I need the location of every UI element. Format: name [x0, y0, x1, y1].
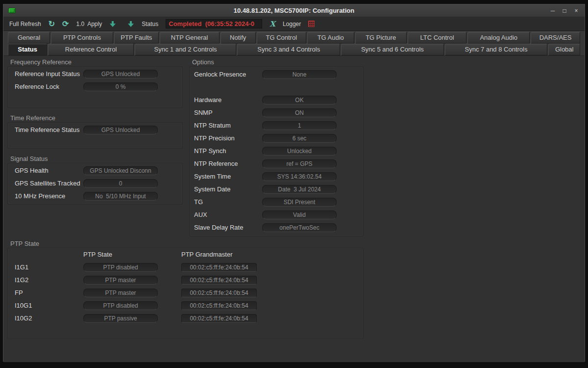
- section-title: Frequency Reference: [10, 58, 72, 66]
- table-row: I10G2 PTP passive 00:02:c5:ff:fe:24:0b:5…: [8, 312, 363, 325]
- system-time-field: SYS 14:36:02.54: [262, 172, 337, 181]
- ptp-grandmaster-field: 00:02:c5:ff:fe:24:0b:54: [181, 263, 257, 272]
- tab-dars-aes[interactable]: DARS/AES: [531, 32, 580, 44]
- logger-label: Logger: [283, 21, 301, 27]
- tab-global[interactable]: Global: [548, 44, 580, 55]
- tab-sync-1-2-controls[interactable]: Sync 1 and 2 Controls: [135, 44, 237, 55]
- section-title: Time Reference: [10, 114, 55, 122]
- logger-icon[interactable]: [308, 21, 315, 27]
- field-row: System Date Date 3 Jul 2024: [190, 183, 363, 196]
- minimize-icon[interactable]: ─: [549, 7, 556, 14]
- maximize-icon[interactable]: □: [561, 7, 568, 14]
- section-title: PTP State: [10, 240, 39, 247]
- field-label: System Time: [194, 170, 261, 183]
- tab-analog-audio[interactable]: Analog Audio: [467, 32, 530, 44]
- port-label: I10G1: [15, 299, 82, 312]
- field-row: Hardware OK: [190, 94, 363, 106]
- field-row: NTP Stratum 1: [190, 119, 363, 132]
- ptp-state-field: PTP disabled: [83, 301, 158, 310]
- table-row: I10G1 PTP disabled 00:02:c5:ff:fe:24:0b:…: [8, 299, 363, 312]
- ptp-state-field: PTP passive: [83, 314, 158, 323]
- field-label: Time Reference Status: [15, 124, 82, 136]
- ptp-grandmaster-field: 00:02:c5:ff:fe:24:0b:54: [181, 289, 257, 297]
- tab-notify[interactable]: Notify: [220, 32, 256, 44]
- field-label: Genlock Presence: [194, 68, 261, 81]
- field-label: Slave Delay Rate: [194, 221, 261, 234]
- ptp-grandmaster-field: 00:02:c5:ff:fe:24:0b:54: [181, 276, 257, 285]
- apply-download-all-icon[interactable]: [127, 21, 134, 27]
- hardware-field: OK: [262, 96, 337, 105]
- field-row: 10 MHz Presence No 5/10 MHz Input: [8, 190, 182, 203]
- configuration-window: 10.48.81.202, MSC5700IP: Configuration ─…: [3, 4, 585, 362]
- field-label: GPS Satellites Tracked: [15, 177, 82, 190]
- ntp-stratum-field: 1: [262, 121, 337, 130]
- field-label: AUX: [194, 209, 261, 221]
- tab-general[interactable]: General: [8, 32, 50, 44]
- tab-ptp-controls[interactable]: PTP Controls: [51, 32, 113, 44]
- app-icon: [8, 8, 16, 13]
- tab-tg-control[interactable]: TG Control: [257, 32, 306, 44]
- tab-row-1: General PTP Controls PTP Faults NTP Gene…: [7, 32, 581, 44]
- tab-status[interactable]: Status: [8, 44, 47, 55]
- frequency-reference-group: Frequency Reference Reference Input Stat…: [7, 66, 183, 108]
- gps-satellites-tracked-field: 0: [83, 179, 158, 188]
- field-row: Genlock Presence None: [190, 68, 363, 81]
- refresh-icon[interactable]: ↻: [49, 20, 55, 28]
- tab-ntp-general[interactable]: NTP General: [160, 32, 220, 44]
- field-label: NTP Precision: [194, 132, 261, 145]
- tab-sync-3-4-controls[interactable]: Sync 3 and 4 Controls: [237, 44, 340, 55]
- genlock-presence-field: None: [262, 70, 337, 79]
- field-label: Hardware: [194, 94, 261, 106]
- snmp-field: ON: [262, 108, 337, 117]
- refresh-all-icon[interactable]: ⟳: [62, 20, 69, 28]
- apply-group: 1.0 Apply: [76, 21, 102, 27]
- tab-sync-5-6-controls[interactable]: Sync 5 and 6 Controls: [341, 44, 444, 55]
- tab-reference-control[interactable]: Reference Control: [48, 44, 133, 55]
- tab-sync-7-8-controls[interactable]: Sync 7 and 8 Controls: [445, 44, 548, 55]
- field-row: Slave Delay Rate onePerTwoSec: [190, 221, 363, 234]
- tab-ltc-control[interactable]: LTC Control: [408, 32, 467, 44]
- ptp-state-field: PTP disabled: [83, 263, 158, 272]
- field-label: 10 MHz Presence: [15, 190, 82, 203]
- slave-delay-rate-field: onePerTwoSec: [262, 223, 337, 232]
- apply-download-icon[interactable]: [109, 21, 116, 27]
- full-refresh-button[interactable]: Full Refresh: [9, 21, 41, 27]
- ptp-state-field: PTP master: [83, 276, 158, 285]
- ptp-grandmaster-field: 00:02:c5:ff:fe:24:0b:54: [181, 301, 257, 310]
- port-label: I1G1: [15, 261, 82, 274]
- field-label: NTP Synch: [194, 145, 261, 158]
- field-row: System Time SYS 14:36:02.54: [190, 170, 363, 183]
- tab-row-2: Status Reference Control Sync 1 and 2 Co…: [7, 44, 581, 55]
- tab-tg-audio[interactable]: TG Audio: [307, 32, 354, 44]
- signal-status-group: Signal Status GPS Health GPS Unlocked Di…: [7, 163, 183, 205]
- field-label: Reference Lock: [15, 80, 82, 93]
- table-row: I1G2 PTP master 00:02:c5:ff:fe:24:0b:54: [8, 274, 363, 287]
- table-row: FP PTP master 00:02:c5:ff:fe:24:0b:54: [8, 287, 363, 299]
- ntp-synch-field: Unlocked: [262, 147, 337, 156]
- section-title: Options: [192, 58, 214, 66]
- section-title: Signal Status: [10, 155, 48, 162]
- ptp-state-group: PTP State PTP State PTP Grandmaster I1G1…: [7, 248, 364, 339]
- toolbar: Full Refresh ↻ ⟳ 1.0 Apply Status Comple…: [3, 17, 585, 31]
- x-tool-icon[interactable]: X: [270, 20, 275, 28]
- tab-tg-picture[interactable]: TG Picture: [355, 32, 407, 44]
- tab-ptp-faults[interactable]: PTP Faults: [114, 32, 159, 44]
- close-icon[interactable]: ×: [573, 7, 580, 14]
- field-row: SNMP ON: [190, 106, 363, 119]
- apply-button[interactable]: Apply: [87, 21, 102, 27]
- time-reference-group: Time Reference Time Reference Status GPS…: [7, 122, 183, 149]
- field-row: Time Reference Status GPS Unlocked: [8, 124, 182, 136]
- field-row: AUX Valid: [190, 209, 363, 221]
- port-label: I10G2: [15, 312, 82, 325]
- field-label: Reference Input Status: [15, 68, 82, 80]
- tab-bar: General PTP Controls PTP Faults NTP Gene…: [3, 31, 585, 55]
- titlebar: 10.48.81.202, MSC5700IP: Configuration ─…: [3, 4, 585, 17]
- port-label: I1G2: [15, 274, 82, 287]
- window-controls: ─ □ ×: [549, 7, 580, 14]
- ntp-precision-field: 6 sec: [262, 134, 337, 143]
- gps-health-field: GPS Unlocked Disconn: [83, 166, 158, 175]
- ptp-grandmaster-field: 00:02:c5:ff:fe:24:0b:54: [181, 314, 257, 323]
- time-reference-status-field: GPS Unlocked: [83, 126, 158, 134]
- field-row: GPS Satellites Tracked 0: [8, 177, 182, 190]
- table-row: I1G1 PTP disabled 00:02:c5:ff:fe:24:0b:5…: [8, 261, 363, 274]
